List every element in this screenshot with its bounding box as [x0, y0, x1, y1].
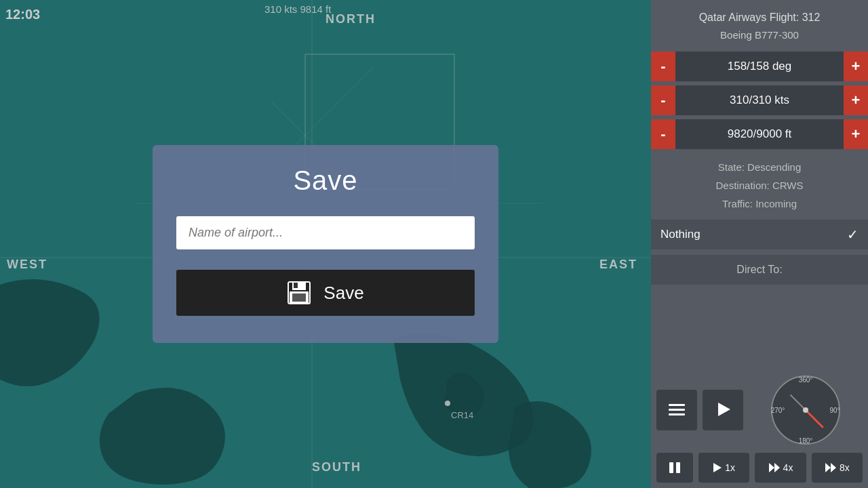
play-8x-label: 8x [840, 462, 850, 473]
flag-icon [713, 400, 733, 420]
svg-marker-29 [774, 463, 780, 472]
direct-to-label: Direct To: [736, 264, 782, 276]
play-8x-icon [825, 462, 837, 473]
list-icon [667, 400, 687, 420]
checkmark-icon: ✓ [847, 226, 859, 243]
compass-svg: 360° 90° 180° 270° [768, 373, 843, 447]
right-panel: Qatar Airways Flight: 312 Boeing B777-30… [651, 0, 868, 488]
traffic: Traffic: Incoming [651, 195, 868, 213]
svg-text:180°: 180° [799, 437, 813, 445]
altitude-minus-button[interactable]: - [651, 119, 675, 149]
pause-button[interactable] [656, 453, 693, 483]
svg-marker-16 [718, 403, 730, 416]
bottom-controls: 360° 90° 180° 270° [651, 366, 868, 488]
compass: 360° 90° 180° 270° [768, 373, 843, 447]
play-4x-icon [768, 462, 781, 473]
svg-text:90°: 90° [829, 407, 840, 414]
compass-container: 360° 90° 180° 270° [749, 373, 863, 447]
svg-point-24 [803, 407, 808, 413]
nothing-label: Nothing [660, 228, 847, 241]
heading-value: 158/158 deg [675, 52, 844, 81]
play-1x-label: 1x [725, 462, 735, 473]
altitude-control-row: - 9820/9000 ft + [651, 119, 868, 149]
save-modal: Save Save [153, 145, 498, 343]
svg-text:270°: 270° [771, 407, 785, 414]
altitude-plus-button[interactable]: + [844, 119, 868, 149]
svg-marker-30 [825, 463, 831, 472]
svg-rect-14 [669, 409, 685, 411]
destination: Destination: CRWS [651, 176, 868, 195]
speed-value: 310/310 kts [675, 85, 844, 115]
icon-row: 360° 90° 180° 270° [656, 373, 863, 447]
play-1x-button[interactable]: 1x [698, 453, 749, 483]
heading-plus-button[interactable]: + [844, 52, 868, 81]
speed-minus-button[interactable]: - [651, 85, 675, 115]
floppy-disk-icon [287, 281, 311, 305]
direct-to-row[interactable]: Direct To: [651, 255, 868, 285]
flag-button[interactable] [703, 390, 743, 430]
svg-marker-31 [831, 463, 836, 472]
modal-overlay: Save Save [0, 0, 651, 488]
svg-rect-10 [294, 283, 298, 288]
play-4x-label: 4x [783, 462, 793, 473]
svg-rect-15 [669, 413, 685, 415]
flight-info: Qatar Airways Flight: 312 Boeing B777-30… [651, 0, 868, 49]
svg-marker-27 [713, 463, 722, 472]
svg-text:360°: 360° [799, 376, 813, 384]
speed-plus-button[interactable]: + [844, 85, 868, 115]
play-1x-icon [713, 462, 722, 473]
svg-rect-26 [676, 462, 680, 473]
play-4x-button[interactable]: 4x [755, 453, 806, 483]
flight-name: Qatar Airways Flight: 312 [658, 8, 861, 26]
save-modal-title: Save [293, 165, 357, 196]
airport-name-input[interactable] [176, 216, 475, 249]
svg-rect-12 [292, 293, 306, 302]
state-info: State: Descending Destination: CRWS Traf… [651, 151, 868, 217]
altitude-value: 9820/9000 ft [675, 119, 844, 149]
heading-control-row: - 158/158 deg + [651, 52, 868, 81]
nothing-dropdown[interactable]: Nothing ✓ [651, 220, 868, 249]
aircraft-type: Boeing B777-300 [658, 26, 861, 44]
save-button[interactable]: Save [176, 270, 475, 316]
pause-icon [667, 460, 682, 475]
svg-rect-25 [669, 462, 673, 473]
heading-minus-button[interactable]: - [651, 52, 675, 81]
svg-marker-28 [769, 463, 774, 472]
play-8x-button[interactable]: 8x [812, 453, 863, 483]
save-button-label: Save [323, 283, 363, 304]
speed-control-row: - 310/310 kts + [651, 85, 868, 115]
map-area: 12:03 310 kts 9814 ft NORTH SOUTH WEST E… [0, 0, 651, 488]
svg-rect-13 [669, 404, 685, 406]
flight-state: State: Descending [651, 158, 868, 176]
list-button[interactable] [656, 390, 697, 430]
playback-row: 1x 4x 8x [656, 453, 863, 483]
